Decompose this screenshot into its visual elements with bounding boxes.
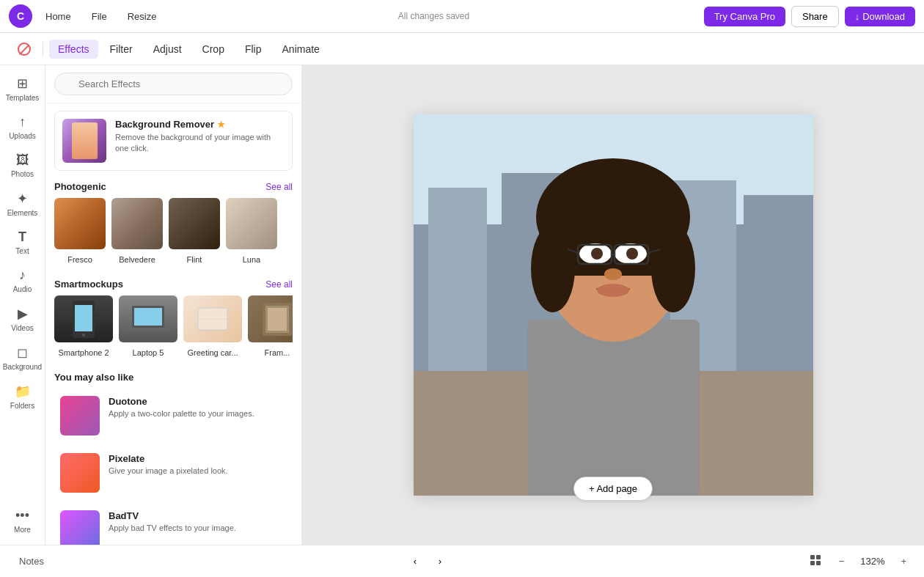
sidebar-item-videos[interactable]: ▶ Videos — [3, 301, 43, 337]
sidebar-item-label: Elements — [7, 209, 38, 218]
mockup-frame[interactable]: Fram... — [248, 295, 293, 359]
top-right: Try Canva Pro Share ↓ Download — [704, 6, 915, 27]
effect-badtv-title: BadTV — [109, 510, 236, 521]
smartmockups-see-all-button[interactable]: See all — [265, 279, 293, 290]
svg-point-25 — [651, 224, 695, 312]
zoom-level: 132% — [856, 556, 889, 567]
canvas-area: + Add page — [302, 65, 924, 545]
sidebar-item-background[interactable]: ◻ Background — [3, 340, 43, 376]
svg-rect-5 — [128, 328, 169, 331]
panel-content: Background Remover ★ Remove the backgrou… — [45, 103, 301, 545]
home-nav-btn[interactable]: Home — [38, 7, 78, 26]
effect-duotone[interactable]: Duotone Apply a two-color palette to you… — [54, 389, 293, 443]
sidebar-item-audio[interactable]: ♪ Audio — [3, 263, 43, 298]
saved-status: All changes saved — [398, 11, 469, 21]
svg-rect-40 — [816, 561, 821, 565]
effect-badtv[interactable]: BadTV Apply bad TV effects to your image… — [54, 503, 293, 545]
smartmockups-section-header: Smartmockups See all — [54, 279, 293, 290]
svg-point-35 — [604, 268, 622, 280]
try-pro-button[interactable]: Try Canva Pro — [704, 7, 785, 26]
mockup-greetingcard[interactable]: Greeting car... — [183, 295, 242, 359]
svg-rect-4 — [134, 308, 162, 326]
sidebar-item-label: Background — [3, 363, 42, 372]
animate-toolbar-btn[interactable]: Animate — [274, 40, 329, 59]
also-like-section-title: You may also like — [54, 372, 133, 383]
prev-page-button[interactable]: ‹ — [405, 551, 425, 572]
sidebar-item-folders[interactable]: 📁 Folders — [3, 379, 43, 415]
folders-icon: 📁 — [15, 383, 31, 400]
templates-icon: ⊞ — [17, 76, 28, 92]
sidebar-item-label: Folders — [10, 402, 34, 411]
adjust-toolbar-btn[interactable]: Adjust — [144, 40, 191, 59]
flip-toolbar-btn[interactable]: Flip — [236, 40, 271, 59]
show-pages-button[interactable] — [804, 551, 827, 571]
share-button[interactable]: Share — [791, 6, 839, 27]
svg-rect-14 — [428, 188, 487, 371]
sidebar-item-uploads[interactable]: ↑ Uploads — [3, 110, 43, 145]
sidebar-item-photos[interactable]: 🖼 Photos — [3, 148, 43, 183]
mockup-frame-thumb — [248, 295, 293, 342]
sidebar-item-templates[interactable]: ⊞ Templates — [3, 71, 43, 107]
effect-duotone-desc: Apply a two-color palette to your images… — [109, 408, 254, 419]
canvas-wrapper[interactable] — [414, 114, 813, 496]
sidebar-item-elements[interactable]: ✦ Elements — [3, 186, 43, 222]
bottom-center: ‹ › — [405, 551, 450, 572]
crop-toolbar-btn[interactable]: Crop — [194, 40, 233, 59]
effect-badtv-desc: Apply bad TV effects to your image. — [109, 523, 236, 534]
zoom-in-button[interactable]: + — [895, 553, 912, 570]
mockup-smartphone2[interactable]: Smartphone 2 — [54, 295, 113, 359]
next-page-button[interactable]: › — [430, 551, 450, 572]
bg-remover-card[interactable]: Background Remover ★ Remove the backgrou… — [54, 111, 293, 171]
top-bar: C Home File Resize All changes saved Try… — [0, 0, 924, 33]
sidebar-item-label: Audio — [13, 285, 32, 294]
uploads-icon: ↑ — [19, 114, 26, 130]
effect-duotone-thumb — [60, 396, 100, 435]
search-input[interactable] — [54, 73, 293, 95]
svg-point-2 — [82, 334, 85, 337]
filter-fresco[interactable]: Fresco — [54, 198, 106, 265]
sidebar-item-more[interactable]: ••• More — [3, 504, 43, 539]
effect-pixelate-title: Pixelate — [109, 453, 228, 464]
filter-flint[interactable]: Flint — [169, 198, 220, 265]
effect-pixelate-thumb — [60, 453, 100, 493]
canva-logo[interactable]: C — [9, 4, 32, 28]
notes-button[interactable]: Notes — [12, 552, 51, 570]
filter-flint-label: Flint — [187, 255, 202, 264]
search-wrapper: 🔍 — [54, 73, 293, 95]
mockups-grid: Smartphone 2 Laptop 5 Greeting car... — [54, 295, 293, 361]
panel-search-area: 🔍 — [45, 65, 301, 103]
photogenic-see-all-button[interactable]: See all — [265, 182, 293, 192]
audio-icon: ♪ — [19, 268, 26, 283]
filter-fresco-label: Fresco — [67, 255, 92, 264]
filter-belvedere[interactable]: Belvedere — [111, 198, 163, 265]
filter-fresco-thumb — [54, 198, 106, 249]
download-button[interactable]: ↓ Download — [845, 7, 915, 26]
page-nav: ‹ › — [405, 551, 450, 572]
svg-point-24 — [531, 224, 575, 312]
mockup-greeting-label: Greeting car... — [187, 348, 238, 357]
add-page-button[interactable]: + Add page — [573, 477, 653, 501]
sidebar-item-label: Text — [15, 247, 29, 256]
filter-luna[interactable]: Luna — [226, 198, 277, 265]
resize-nav-btn[interactable]: Resize — [120, 7, 164, 26]
photos-icon: 🖼 — [16, 152, 29, 168]
effects-toolbar-btn[interactable]: Effects — [49, 40, 98, 59]
sidebar-item-text[interactable]: T Text — [3, 225, 43, 260]
svg-rect-37 — [810, 555, 815, 559]
videos-icon: ▶ — [18, 306, 28, 322]
effect-badtv-thumb — [60, 510, 100, 545]
effect-pixelate[interactable]: Pixelate Give your image a pixelated loo… — [54, 446, 293, 500]
bg-remover-thumbnail — [62, 119, 106, 163]
no-color-button[interactable] — [12, 40, 37, 59]
grid-icon — [810, 554, 821, 566]
svg-rect-38 — [816, 555, 821, 559]
no-color-icon — [18, 43, 31, 56]
mockup-smartphone2-thumb — [54, 295, 113, 342]
filter-toolbar-btn[interactable]: Filter — [101, 40, 142, 59]
top-center: All changes saved — [169, 11, 697, 21]
mockup-laptop5[interactable]: Laptop 5 — [119, 295, 177, 359]
svg-rect-39 — [810, 561, 815, 565]
zoom-out-button[interactable]: − — [833, 553, 851, 570]
filter-luna-label: Luna — [243, 255, 260, 264]
file-nav-btn[interactable]: File — [84, 7, 114, 26]
